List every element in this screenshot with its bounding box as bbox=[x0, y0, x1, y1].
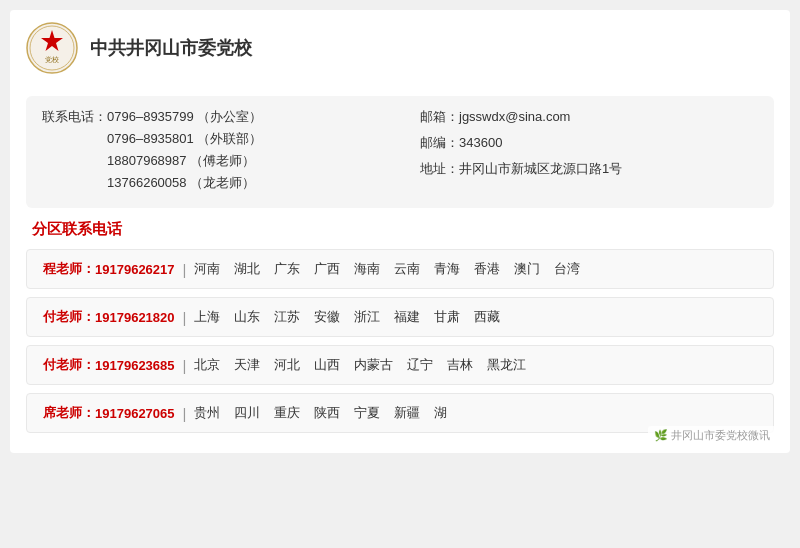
region: 天津 bbox=[234, 356, 260, 374]
watermark: 🌿 井冈山市委党校微讯 bbox=[648, 426, 776, 445]
region: 甘肃 bbox=[434, 308, 460, 326]
region: 陕西 bbox=[314, 404, 340, 422]
phone-4: 13766260058 （龙老师） bbox=[107, 174, 255, 192]
contact-person-0: 程老师： bbox=[43, 260, 95, 278]
contact-card-1: 付老师：19179621820|上海山东江苏安徽浙江福建甘肃西藏 bbox=[26, 297, 774, 337]
address-label: 地址： bbox=[420, 160, 459, 178]
phone-2: 0796–8935801 （外联部） bbox=[107, 130, 262, 148]
address-value: 井冈山市新城区龙源口路1号 bbox=[459, 160, 622, 178]
contact-divider-3: | bbox=[183, 405, 187, 422]
contact-regions-1: 上海山东江苏安徽浙江福建甘肃西藏 bbox=[194, 308, 500, 326]
email-label: 邮箱： bbox=[420, 108, 459, 126]
phone-1: 0796–8935799 （办公室） bbox=[107, 108, 262, 126]
contact-regions-2: 北京天津河北山西内蒙古辽宁吉林黑龙江 bbox=[194, 356, 526, 374]
contact-regions-3: 贵州四川重庆陕西宁夏新疆湖 bbox=[194, 404, 447, 422]
region: 辽宁 bbox=[407, 356, 433, 374]
region: 上海 bbox=[194, 308, 220, 326]
contact-phone-3: 19179627065 bbox=[95, 406, 175, 421]
phone-row-2: 联系电话： 0796–8935801 （外联部） bbox=[42, 130, 380, 148]
info-left: 联系电话： 0796–8935799 （办公室） 联系电话： 0796–8935… bbox=[42, 108, 380, 196]
phone-row-4: 联系电话： 13766260058 （龙老师） bbox=[42, 174, 380, 192]
contact-card-2: 付老师：19179623685|北京天津河北山西内蒙古辽宁吉林黑龙江 bbox=[26, 345, 774, 385]
region: 海南 bbox=[354, 260, 380, 278]
contact-divider-0: | bbox=[183, 261, 187, 278]
region: 广西 bbox=[314, 260, 340, 278]
section-title-text: 分区联系电话 bbox=[32, 220, 122, 239]
contact-regions-0: 河南湖北广东广西海南云南青海香港澳门台湾 bbox=[194, 260, 580, 278]
region: 江苏 bbox=[274, 308, 300, 326]
region: 安徽 bbox=[314, 308, 340, 326]
region: 福建 bbox=[394, 308, 420, 326]
header: 党校 中共井冈山市委党校 bbox=[26, 22, 774, 84]
watermark-text: 井冈山市委党校微讯 bbox=[671, 429, 770, 441]
region: 山东 bbox=[234, 308, 260, 326]
email-value: jgsswdx@sina.com bbox=[459, 109, 570, 124]
contact-phone-2: 19179623685 bbox=[95, 358, 175, 373]
contact-phone-0: 19179626217 bbox=[95, 262, 175, 277]
postal-value: 343600 bbox=[459, 135, 502, 150]
contact-person-2: 付老师： bbox=[43, 356, 95, 374]
region: 贵州 bbox=[194, 404, 220, 422]
contact-divider-2: | bbox=[183, 357, 187, 374]
region: 浙江 bbox=[354, 308, 380, 326]
postal-row: 邮编： 343600 bbox=[420, 134, 758, 152]
region: 湖 bbox=[434, 404, 447, 422]
phone-label: 联系电话： bbox=[42, 108, 107, 126]
contact-person-1: 付老师： bbox=[43, 308, 95, 326]
region: 河北 bbox=[274, 356, 300, 374]
contact-cards: 程老师：19179626217|河南湖北广东广西海南云南青海香港澳门台湾付老师：… bbox=[26, 249, 774, 433]
org-name: 中共井冈山市委党校 bbox=[90, 36, 252, 60]
region: 宁夏 bbox=[354, 404, 380, 422]
watermark-icon: 🌿 bbox=[654, 429, 671, 441]
region: 青海 bbox=[434, 260, 460, 278]
region: 北京 bbox=[194, 356, 220, 374]
postal-label: 邮编： bbox=[420, 134, 459, 152]
region: 河南 bbox=[194, 260, 220, 278]
contact-divider-1: | bbox=[183, 309, 187, 326]
svg-text:党校: 党校 bbox=[45, 56, 59, 64]
info-right: 邮箱： jgsswdx@sina.com 邮编： 343600 地址： 井冈山市… bbox=[420, 108, 758, 196]
contact-card-0: 程老师：19179626217|河南湖北广东广西海南云南青海香港澳门台湾 bbox=[26, 249, 774, 289]
contact-phone-1: 19179621820 bbox=[95, 310, 175, 325]
address-row: 地址： 井冈山市新城区龙源口路1号 bbox=[420, 160, 758, 178]
region: 香港 bbox=[474, 260, 500, 278]
phone-3: 18807968987 （傅老师） bbox=[107, 152, 255, 170]
section-title: 分区联系电话 bbox=[26, 220, 774, 239]
region: 西藏 bbox=[474, 308, 500, 326]
region: 台湾 bbox=[554, 260, 580, 278]
region: 山西 bbox=[314, 356, 340, 374]
region: 新疆 bbox=[394, 404, 420, 422]
email-row: 邮箱： jgsswdx@sina.com bbox=[420, 108, 758, 126]
org-logo: 党校 bbox=[26, 22, 78, 74]
phone-row-1: 联系电话： 0796–8935799 （办公室） bbox=[42, 108, 380, 126]
region: 内蒙古 bbox=[354, 356, 393, 374]
region: 重庆 bbox=[274, 404, 300, 422]
region: 广东 bbox=[274, 260, 300, 278]
region: 云南 bbox=[394, 260, 420, 278]
region: 湖北 bbox=[234, 260, 260, 278]
info-section: 联系电话： 0796–8935799 （办公室） 联系电话： 0796–8935… bbox=[26, 96, 774, 208]
region: 吉林 bbox=[447, 356, 473, 374]
region: 澳门 bbox=[514, 260, 540, 278]
phone-row-3: 联系电话： 18807968987 （傅老师） bbox=[42, 152, 380, 170]
region: 黑龙江 bbox=[487, 356, 526, 374]
contact-person-3: 席老师： bbox=[43, 404, 95, 422]
region: 四川 bbox=[234, 404, 260, 422]
